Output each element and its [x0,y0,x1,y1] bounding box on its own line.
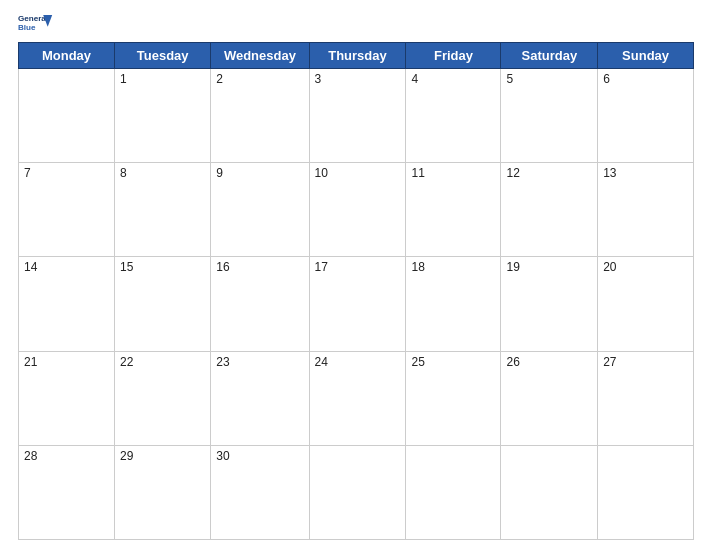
week-row-2: 78910111213 [19,163,694,257]
calendar-cell: 1 [115,69,211,163]
day-number: 16 [216,260,229,274]
svg-text:Blue: Blue [18,23,36,32]
calendar-cell: 22 [115,351,211,445]
day-number: 29 [120,449,133,463]
day-number: 20 [603,260,616,274]
day-number: 1 [120,72,127,86]
day-number: 3 [315,72,322,86]
day-number: 17 [315,260,328,274]
calendar-cell: 16 [211,257,309,351]
calendar-cell: 15 [115,257,211,351]
weekday-header-tuesday: Tuesday [115,43,211,69]
day-number: 8 [120,166,127,180]
day-number: 30 [216,449,229,463]
calendar-cell: 11 [406,163,501,257]
day-number: 7 [24,166,31,180]
day-number: 9 [216,166,223,180]
calendar-cell: 21 [19,351,115,445]
calendar-cell: 23 [211,351,309,445]
calendar-cell [406,445,501,539]
calendar-cell: 14 [19,257,115,351]
logo: General Blue [18,10,54,38]
day-number: 24 [315,355,328,369]
weekday-header-thursday: Thursday [309,43,406,69]
calendar-cell: 4 [406,69,501,163]
day-number: 13 [603,166,616,180]
week-row-1: 123456 [19,69,694,163]
calendar-cell: 24 [309,351,406,445]
day-number: 6 [603,72,610,86]
calendar-cell [598,445,694,539]
week-row-5: 282930 [19,445,694,539]
day-number: 22 [120,355,133,369]
day-number: 10 [315,166,328,180]
calendar-cell: 19 [501,257,598,351]
calendar-cell: 28 [19,445,115,539]
calendar-cell [501,445,598,539]
calendar-cell [19,69,115,163]
calendar-cell: 8 [115,163,211,257]
day-number: 26 [506,355,519,369]
calendar-cell: 29 [115,445,211,539]
day-number: 19 [506,260,519,274]
calendar-cell: 13 [598,163,694,257]
weekday-header-monday: Monday [19,43,115,69]
day-number: 11 [411,166,424,180]
calendar-cell: 6 [598,69,694,163]
calendar-cell: 12 [501,163,598,257]
day-number: 25 [411,355,424,369]
calendar-cell: 17 [309,257,406,351]
day-number: 2 [216,72,223,86]
calendar-cell: 20 [598,257,694,351]
week-row-4: 21222324252627 [19,351,694,445]
day-number: 21 [24,355,37,369]
calendar-cell: 3 [309,69,406,163]
calendar-cell: 2 [211,69,309,163]
calendar-cell: 27 [598,351,694,445]
weekday-header-sunday: Sunday [598,43,694,69]
calendar-header: General Blue [18,10,694,38]
calendar-cell: 5 [501,69,598,163]
weekday-header-row: MondayTuesdayWednesdayThursdayFridaySatu… [19,43,694,69]
week-row-3: 14151617181920 [19,257,694,351]
day-number: 15 [120,260,133,274]
calendar-cell: 30 [211,445,309,539]
logo-icon: General Blue [18,10,54,38]
weekday-header-saturday: Saturday [501,43,598,69]
calendar-cell [309,445,406,539]
calendar-cell: 10 [309,163,406,257]
calendar-cell: 9 [211,163,309,257]
calendar-grid: MondayTuesdayWednesdayThursdayFridaySatu… [18,42,694,540]
day-number: 14 [24,260,37,274]
day-number: 18 [411,260,424,274]
weekday-header-friday: Friday [406,43,501,69]
day-number: 28 [24,449,37,463]
day-number: 5 [506,72,513,86]
calendar-cell: 26 [501,351,598,445]
calendar-cell: 18 [406,257,501,351]
day-number: 4 [411,72,418,86]
weekday-header-wednesday: Wednesday [211,43,309,69]
day-number: 27 [603,355,616,369]
day-number: 23 [216,355,229,369]
day-number: 12 [506,166,519,180]
calendar-cell: 25 [406,351,501,445]
calendar-cell: 7 [19,163,115,257]
